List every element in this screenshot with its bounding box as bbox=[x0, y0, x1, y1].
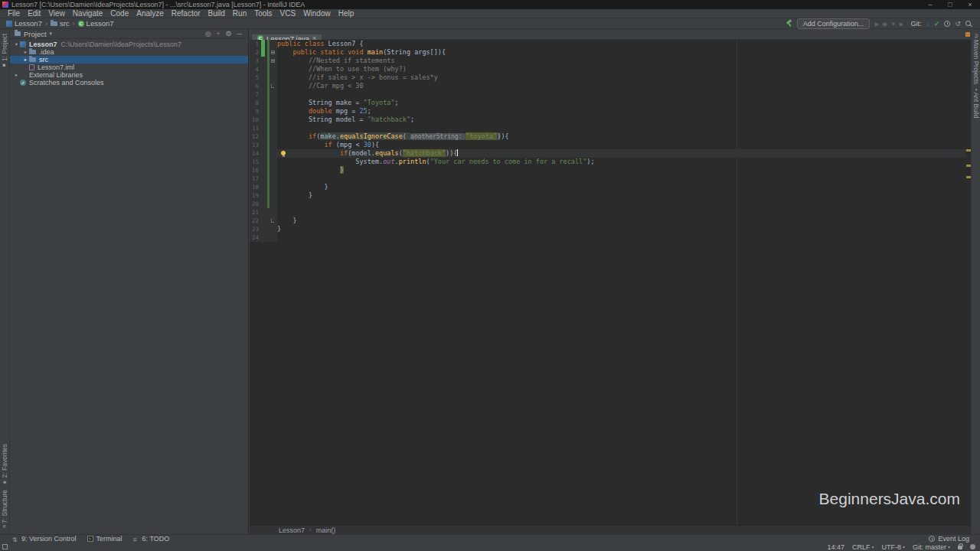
tree-row-scratches-and-consoles[interactable]: Scratches and Consoles bbox=[10, 79, 248, 86]
inspections-profile-icon[interactable] bbox=[970, 544, 975, 549]
line-number[interactable]: 22 bbox=[250, 217, 260, 225]
tree-row-lesson7[interactable]: ▾Lesson7C:\Users\Damien\IdeaProjects\Les… bbox=[10, 41, 248, 48]
fold-column[interactable] bbox=[270, 124, 276, 132]
menu-item-window[interactable]: Window bbox=[299, 9, 335, 18]
menu-item-file[interactable]: File bbox=[4, 9, 24, 18]
gutter[interactable]: 4 bbox=[250, 65, 277, 73]
fold-column[interactable] bbox=[270, 65, 276, 73]
fold-column[interactable] bbox=[270, 132, 276, 141]
fold-column[interactable] bbox=[270, 174, 276, 183]
gutter[interactable]: 2 bbox=[250, 48, 277, 57]
line-number[interactable]: 21 bbox=[250, 208, 260, 217]
fold-column[interactable] bbox=[270, 116, 276, 124]
fold-column[interactable] bbox=[270, 57, 276, 65]
build-icon[interactable] bbox=[786, 20, 792, 27]
fold-column[interactable] bbox=[270, 200, 276, 208]
gutter[interactable]: 15 bbox=[250, 158, 277, 166]
fold-column[interactable] bbox=[270, 149, 276, 158]
gutter[interactable]: 19 bbox=[250, 191, 277, 200]
fold-column[interactable] bbox=[270, 208, 276, 217]
breadcrumb-class[interactable]: Lesson7 bbox=[279, 527, 305, 534]
code-line[interactable]: 13 if (mpg < 30){ bbox=[250, 141, 966, 149]
code-line[interactable]: 21 bbox=[250, 208, 966, 217]
code-line[interactable]: 12 if(make.equalsIgnoreCase( anotherStri… bbox=[250, 132, 966, 141]
rollback-icon[interactable]: ↺ bbox=[955, 20, 961, 28]
tool-window-button-6-todo[interactable]: 6: TODO bbox=[133, 535, 170, 543]
tool-button-maven-projects[interactable]: m Maven Projects bbox=[972, 34, 980, 84]
tool-button-2-favorites[interactable]: ★ 2: Favorites bbox=[1, 444, 8, 485]
line-number[interactable]: 1 bbox=[250, 40, 260, 48]
add-configuration-button[interactable]: Add Configuration... bbox=[797, 18, 871, 29]
code-line[interactable]: 18 } bbox=[250, 183, 966, 191]
gutter[interactable]: 14 bbox=[250, 149, 277, 158]
tool-window-button-terminal[interactable]: Terminal bbox=[87, 535, 122, 543]
inspection-status-icon[interactable] bbox=[965, 32, 970, 37]
fold-column[interactable] bbox=[270, 99, 276, 107]
tool-window-button-event-log[interactable]: Event Log bbox=[929, 535, 969, 543]
fold-column[interactable] bbox=[270, 73, 276, 82]
menu-item-analyze[interactable]: Analyze bbox=[132, 9, 168, 18]
gutter[interactable]: 23 bbox=[250, 225, 277, 233]
line-number[interactable]: 23 bbox=[250, 225, 260, 233]
code-line[interactable]: 15 System.out.println("Your car needs to… bbox=[250, 158, 966, 166]
code-line[interactable]: 11 bbox=[250, 124, 966, 132]
menu-item-view[interactable]: View bbox=[44, 9, 69, 18]
menu-item-refactor[interactable]: Refactor bbox=[168, 9, 204, 18]
menu-item-build[interactable]: Build bbox=[204, 9, 229, 18]
line-number[interactable]: 15 bbox=[250, 158, 260, 166]
code-line[interactable]: 3 //Nested if statements bbox=[250, 57, 966, 65]
line-number[interactable]: 12 bbox=[250, 132, 260, 141]
gutter[interactable]: 6 bbox=[250, 82, 277, 90]
fold-column[interactable] bbox=[270, 82, 276, 90]
line-number[interactable]: 11 bbox=[250, 124, 260, 132]
gutter[interactable]: 16 bbox=[250, 166, 277, 174]
fold-column[interactable] bbox=[270, 233, 276, 242]
gutter[interactable]: 13 bbox=[250, 141, 277, 149]
code-line[interactable]: 6 //Car mpg < 30 bbox=[250, 82, 966, 90]
fold-collapse-icon[interactable] bbox=[271, 51, 275, 54]
code-line[interactable]: 7 bbox=[250, 90, 966, 99]
gutter[interactable]: 17 bbox=[250, 174, 277, 183]
line-number[interactable]: 5 bbox=[250, 73, 260, 82]
gutter[interactable]: 24 bbox=[250, 233, 277, 242]
menu-item-code[interactable]: Code bbox=[106, 9, 132, 18]
gutter[interactable]: 9 bbox=[250, 107, 277, 116]
gutter[interactable]: 8 bbox=[250, 99, 277, 107]
encoding-selector[interactable]: UTF-8 ▾ bbox=[881, 543, 905, 551]
fold-column[interactable] bbox=[270, 48, 276, 57]
line-number[interactable]: 7 bbox=[250, 90, 260, 99]
code-line[interactable]: 16 } bbox=[250, 166, 966, 174]
breadcrumb-item-src[interactable]: src bbox=[49, 19, 71, 28]
line-number[interactable]: 14 bbox=[250, 149, 260, 158]
gutter[interactable]: 10 bbox=[250, 116, 277, 124]
tree-row-external-libraries[interactable]: ▸External Libraries bbox=[10, 71, 248, 79]
code-line[interactable]: 2 public static void main(String args[])… bbox=[250, 48, 966, 57]
readonly-lock-icon[interactable] bbox=[958, 546, 962, 549]
code-line[interactable]: 9 double mpg = 25; bbox=[250, 107, 966, 116]
line-number[interactable]: 6 bbox=[250, 82, 260, 90]
panel-toolbar-icon[interactable]: ◎ bbox=[205, 30, 211, 37]
line-number[interactable]: 2 bbox=[250, 48, 260, 57]
fold-column[interactable] bbox=[270, 90, 276, 99]
gutter[interactable]: 18 bbox=[250, 183, 277, 191]
gutter[interactable]: 11 bbox=[250, 124, 277, 132]
line-number[interactable]: 13 bbox=[250, 141, 260, 149]
code-line[interactable]: 20 bbox=[250, 200, 966, 208]
gutter[interactable]: 20 bbox=[250, 200, 277, 208]
code-line[interactable]: 24 bbox=[250, 233, 966, 242]
fold-column[interactable] bbox=[270, 183, 276, 191]
intention-bulb-icon[interactable] bbox=[281, 151, 286, 155]
code-editor[interactable]: 1public class Lesson7 {2 public static v… bbox=[250, 40, 966, 525]
tool-button-7-structure[interactable]: ≡ 7: Structure bbox=[1, 490, 8, 528]
fold-column[interactable] bbox=[270, 217, 276, 225]
tree-row-lesson7-iml[interactable]: Lesson7.iml bbox=[10, 64, 248, 71]
menu-item-run[interactable]: Run bbox=[229, 9, 250, 18]
git-update-icon[interactable]: ↓ bbox=[926, 20, 929, 28]
fold-column[interactable] bbox=[270, 158, 276, 166]
breadcrumb-method[interactable]: main() bbox=[316, 527, 336, 534]
tool-button-ant-build[interactable]: • Ant Build bbox=[972, 89, 980, 118]
panel-toolbar-icon[interactable]: ─ bbox=[237, 30, 242, 37]
minimize-button[interactable]: – bbox=[920, 0, 940, 9]
line-number[interactable]: 24 bbox=[250, 233, 260, 242]
code-line[interactable]: 23} bbox=[250, 225, 966, 233]
